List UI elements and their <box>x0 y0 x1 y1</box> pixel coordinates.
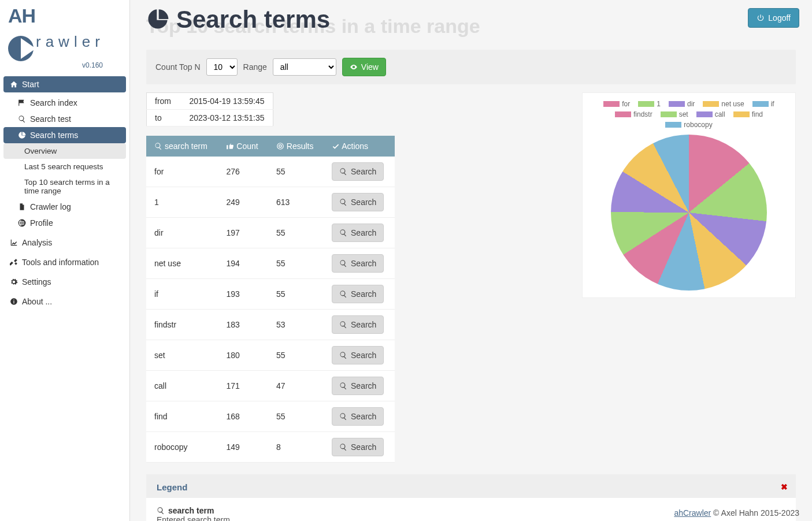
nav-crawler-log[interactable]: Crawler log <box>3 199 126 215</box>
table-row: 1249613 Search <box>146 187 395 218</box>
main: Logoff Top 10 search terms in a time ran… <box>130 0 812 521</box>
file-icon <box>17 202 27 211</box>
info-icon <box>9 297 18 306</box>
cell-results: 55 <box>268 340 324 371</box>
thumb-icon <box>226 142 234 150</box>
nav-search-test[interactable]: Search test <box>3 111 126 127</box>
search-icon <box>17 114 27 124</box>
search-icon <box>339 168 347 176</box>
row-search-button[interactable]: Search <box>332 315 384 334</box>
row-search-button[interactable]: Search <box>332 407 384 426</box>
cell-action: Search <box>324 310 395 340</box>
pie-chart <box>611 135 767 291</box>
check-icon <box>332 142 340 150</box>
logo-suffix: rawler <box>36 33 105 51</box>
legend-item: 1 <box>638 100 661 108</box>
cell-action: Search <box>324 248 395 279</box>
cell-action: Search <box>324 371 395 401</box>
legend-item: findstr <box>615 110 652 118</box>
nav-analysis[interactable]: Analysis <box>3 235 126 251</box>
table-row: net use19455 Search <box>146 248 395 279</box>
cell-action: Search <box>324 218 395 248</box>
nav-settings[interactable]: Settings <box>3 274 126 290</box>
piechart-icon <box>146 6 169 34</box>
cell-term: findstr <box>146 310 218 340</box>
legend-item: call <box>696 110 725 118</box>
cell-action: Search <box>324 432 395 463</box>
to-label: to <box>147 110 181 126</box>
date-range-table: from2015-04-19 13:59:45 to2023-03-12 13:… <box>146 92 273 126</box>
table-row: to2023-03-12 13:51:35 <box>147 110 273 126</box>
logo: AH rawler v0.160 <box>3 3 126 76</box>
legend-item: net use <box>703 100 744 108</box>
table-row: for27655 Search <box>146 157 395 187</box>
cell-count: 168 <box>218 401 268 432</box>
target-icon <box>276 142 284 150</box>
search-icon <box>339 229 347 237</box>
cell-term: dir <box>146 218 218 248</box>
search-terms-table: search term Count Results Actions for276… <box>146 136 395 463</box>
footer-link[interactable]: ahCrawler <box>674 508 711 518</box>
row-search-button[interactable]: Search <box>332 162 384 181</box>
row-search-button[interactable]: Search <box>332 438 384 456</box>
legend-close-button[interactable]: ✖ <box>781 482 788 492</box>
chart-legend: for1dirnet useiffindstrsetcallfindroboco… <box>589 100 788 129</box>
cell-results: 613 <box>268 187 324 218</box>
nav-search-index[interactable]: Search index <box>3 95 126 111</box>
globe-icon <box>17 218 27 228</box>
row-search-button[interactable]: Search <box>332 224 384 242</box>
footer: ahCrawler © Axel Hahn 2015-2023 <box>674 508 799 518</box>
row-search-button[interactable]: Search <box>332 377 384 395</box>
nav-about[interactable]: About ... <box>3 293 126 310</box>
cell-term: net use <box>146 248 218 279</box>
table-row: dir19755 Search <box>146 218 395 248</box>
col-actions: Actions <box>324 136 395 157</box>
nav-overview[interactable]: Overview <box>3 143 126 159</box>
cell-term: call <box>146 371 218 401</box>
flag-icon <box>17 98 27 107</box>
cell-count: 149 <box>218 432 268 463</box>
nav-start[interactable]: Start <box>3 76 126 92</box>
view-button[interactable]: View <box>342 58 386 76</box>
cell-results: 55 <box>268 157 324 187</box>
row-search-button[interactable]: Search <box>332 346 384 364</box>
filter-bar: Count Top N 10 Range all View <box>146 50 796 84</box>
nav-last5[interactable]: Last 5 search requests <box>3 159 126 174</box>
cell-term: if <box>146 279 218 310</box>
cell-results: 53 <box>268 310 324 340</box>
search-icon <box>339 382 347 390</box>
eye-icon <box>350 62 358 72</box>
cell-action: Search <box>324 279 395 310</box>
row-search-button[interactable]: Search <box>332 254 384 273</box>
search-icon <box>339 290 347 298</box>
row-search-button[interactable]: Search <box>332 193 384 211</box>
cell-results: 55 <box>268 401 324 432</box>
nav-search-terms[interactable]: Search terms <box>3 127 126 143</box>
cell-term: robocopy <box>146 432 218 463</box>
col-results: Results <box>268 136 324 157</box>
pie-chart-box: for1dirnet useiffindstrsetcallfindroboco… <box>582 92 796 298</box>
table-row: find16855 Search <box>146 401 395 432</box>
sidebar: AH rawler v0.160 Start Search index Sear… <box>0 0 130 521</box>
search-icon <box>339 198 347 206</box>
legend-item: for <box>603 100 630 108</box>
nav-top10[interactable]: Top 10 search terms in a time range <box>3 174 126 199</box>
cell-action: Search <box>324 187 395 218</box>
cell-action: Search <box>324 157 395 187</box>
cell-count: 197 <box>218 218 268 248</box>
cell-results: 55 <box>268 218 324 248</box>
pacman-icon <box>8 36 34 61</box>
search-icon <box>339 321 347 329</box>
col-count: Count <box>218 136 268 157</box>
search-icon <box>339 351 347 359</box>
nav: Start Search index Search test Search te… <box>3 76 126 310</box>
range-select[interactable]: all <box>273 58 336 76</box>
nav-profile[interactable]: Profile <box>3 215 126 231</box>
cell-count: 193 <box>218 279 268 310</box>
row-search-button[interactable]: Search <box>332 285 384 303</box>
count-topn-select[interactable]: 10 <box>206 58 238 76</box>
cell-term: find <box>146 401 218 432</box>
nav-tools[interactable]: Tools and information <box>3 254 126 270</box>
cell-term: for <box>146 157 218 187</box>
cell-action: Search <box>324 340 395 371</box>
